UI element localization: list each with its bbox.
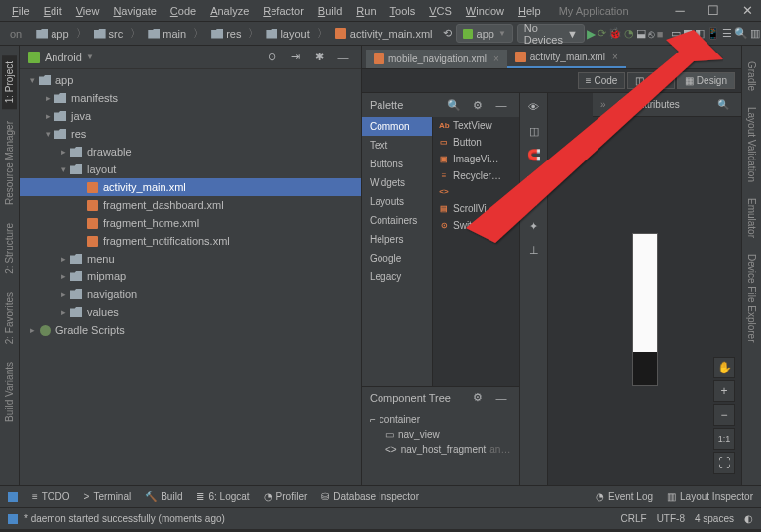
palette-category[interactable]: Common <box>362 117 432 136</box>
close-button[interactable]: ✕ <box>739 3 755 18</box>
project-mode-label[interactable]: Android <box>45 52 82 63</box>
footer-tab-terminal[interactable]: > Terminal <box>84 491 132 502</box>
status-square-icon[interactable] <box>8 514 18 524</box>
footer-tab-build[interactable]: 🔨 Build <box>145 491 182 502</box>
tree-item[interactable]: ▾res <box>20 125 361 143</box>
expand-arrow-icon[interactable]: ▾ <box>57 164 69 174</box>
design-mode-button[interactable]: ▦ Design <box>677 72 735 89</box>
right-tab-layout-validation[interactable]: Layout Validation <box>744 101 759 188</box>
chevron-down-icon[interactable]: ▼ <box>86 53 94 61</box>
settings-icon[interactable]: ✱ <box>309 48 329 67</box>
palette-category[interactable]: Text <box>362 136 432 155</box>
expand-arrow-icon[interactable]: ▸ <box>57 254 69 264</box>
expand-arrow-icon[interactable]: ▸ <box>57 271 69 281</box>
left-tab-resource-manager[interactable]: Resource Manager <box>2 115 17 211</box>
scroll-from-source-icon[interactable]: ⊙ <box>262 48 281 67</box>
breadcrumb-item[interactable]: activity_main.xml <box>329 26 439 42</box>
coverage-button[interactable]: ⬓ <box>636 24 646 44</box>
breadcrumb-project[interactable]: on <box>4 26 28 42</box>
run-config-combo[interactable]: app ▼ <box>456 24 513 43</box>
apply-changes-button[interactable]: ⟳ <box>598 24 606 44</box>
sync-icon[interactable]: ⟲ <box>443 24 452 44</box>
tree-item[interactable]: fragment_dashboard.xml <box>20 196 361 214</box>
tree-item[interactable]: ▸java <box>20 107 361 125</box>
breadcrumb-item[interactable]: main <box>142 26 192 42</box>
attach-debugger-button[interactable]: ⎋ <box>648 24 655 44</box>
palette-item[interactable]: ▭Button <box>433 134 519 151</box>
footer-tab-profiler[interactable]: ◔ Profiler <box>264 491 308 502</box>
tree-item[interactable]: ▾layout <box>20 160 361 178</box>
profiler-button[interactable]: ◔ <box>624 24 634 44</box>
breadcrumb-item[interactable]: app <box>30 26 74 42</box>
palette-category[interactable]: Google <box>362 249 432 267</box>
tree-item[interactable]: ▸mipmap <box>20 267 361 285</box>
menu-file[interactable]: File <box>6 3 36 19</box>
menu-help[interactable]: Help <box>512 3 547 19</box>
left-tab-1-project[interactable]: 1: Project <box>2 55 17 109</box>
close-icon[interactable]: × <box>493 53 499 64</box>
footer-tab-layout-inspector[interactable]: ▥ Layout Inspector <box>667 491 753 502</box>
search-icon[interactable]: 🔍 <box>444 95 464 115</box>
tree-item[interactable]: activity_main.xml <box>20 178 361 196</box>
split-mode-button[interactable]: ◫ Split <box>627 72 674 89</box>
project-structure-button[interactable]: ▥ <box>750 24 760 44</box>
stop-button[interactable]: ■ <box>657 24 664 44</box>
menu-vcs[interactable]: VCS <box>423 3 458 19</box>
footer-tab-database-inspector[interactable]: ⛁ Database Inspector <box>321 491 419 502</box>
design-blueprint-icon[interactable]: ◫ <box>524 121 544 141</box>
search-icon[interactable]: 🔍 <box>713 95 733 115</box>
component-tree-item[interactable]: ⌐container <box>362 412 519 427</box>
indent-label[interactable]: 4 spaces <box>695 513 734 524</box>
palette-category[interactable]: Widgets <box>362 173 432 192</box>
emulator-button[interactable]: ☰ <box>722 24 732 44</box>
component-tree-item[interactable]: ▭nav_view <box>362 427 519 442</box>
expand-arrow-icon[interactable]: ▾ <box>42 129 54 139</box>
footer-tab-6-logcat[interactable]: ≣ 6: Logcat <box>196 491 249 502</box>
tree-item[interactable]: ▸values <box>20 303 361 321</box>
project-tree[interactable]: ▾app▸manifests▸java▾res▸drawable▾layouta… <box>20 69 361 485</box>
collapse-all-icon[interactable]: ⇥ <box>285 48 305 67</box>
zoom-in-button[interactable]: + <box>713 380 735 402</box>
status-square-icon[interactable] <box>8 492 18 502</box>
palette-category[interactable]: Buttons <box>362 155 432 173</box>
expand-arrow-icon[interactable]: ▸ <box>42 111 54 121</box>
expand-arrow-icon[interactable]: ▸ <box>42 93 54 103</box>
menu-navigate[interactable]: Navigate <box>107 3 162 19</box>
run-button[interactable]: ▶ <box>587 24 596 44</box>
palette-item[interactable]: AbTextView <box>433 117 519 134</box>
palette-item[interactable]: ⊙Switch <box>433 217 519 234</box>
palette-item[interactable]: ▣ImageVi… <box>433 151 519 167</box>
pan-button[interactable]: ✋ <box>713 357 735 378</box>
info-icon[interactable]: ⓘ <box>612 95 632 115</box>
gear-icon[interactable]: ⚙ <box>468 388 488 408</box>
menu-run[interactable]: Run <box>350 3 381 19</box>
breadcrumb-item[interactable]: src <box>88 26 130 42</box>
left-tab-2-favorites[interactable]: 2: Favorites <box>2 286 17 350</box>
hide-icon[interactable]: — <box>333 48 353 67</box>
tree-item[interactable]: ▸menu <box>20 250 361 267</box>
editor-tab[interactable]: activity_main.xml× <box>507 48 626 68</box>
breadcrumb-item[interactable]: res <box>205 26 247 42</box>
footer-tab-event-log[interactable]: ◔ Event Log <box>596 491 653 502</box>
expand-arrow-icon[interactable]: ▸ <box>26 325 38 335</box>
footer-tab-todo[interactable]: ≡ TODO <box>32 491 70 502</box>
clear-constraints-icon[interactable]: ✕ <box>524 192 544 212</box>
default-margins-icon[interactable]: 0dp <box>524 168 544 188</box>
left-tab-2-structure[interactable]: 2: Structure <box>2 217 17 280</box>
hide-icon[interactable]: — <box>491 388 511 408</box>
zoom-fit-button[interactable]: ⛶ <box>713 452 735 474</box>
right-tab-device-file-explorer[interactable]: Device File Explorer <box>744 248 759 348</box>
expand-arrow-icon[interactable]: ▸ <box>57 289 69 299</box>
guidelines-icon[interactable]: ⊥ <box>524 240 544 260</box>
palette-category[interactable]: Layouts <box>362 192 432 211</box>
avd-manager-button[interactable]: ▭ <box>671 24 681 44</box>
left-tab-build-variants[interactable]: Build Variants <box>2 356 17 428</box>
search-button[interactable]: 🔍 <box>734 24 748 44</box>
zoom-out-button[interactable]: − <box>713 404 735 426</box>
palette-category[interactable]: Legacy <box>362 267 432 286</box>
menu-edit[interactable]: Edit <box>38 3 68 19</box>
menu-code[interactable]: Code <box>164 3 202 19</box>
tree-item[interactable]: ▸drawable <box>20 143 361 160</box>
line-separator-label[interactable]: CRLF <box>621 513 647 524</box>
hide-icon[interactable]: — <box>491 95 511 115</box>
